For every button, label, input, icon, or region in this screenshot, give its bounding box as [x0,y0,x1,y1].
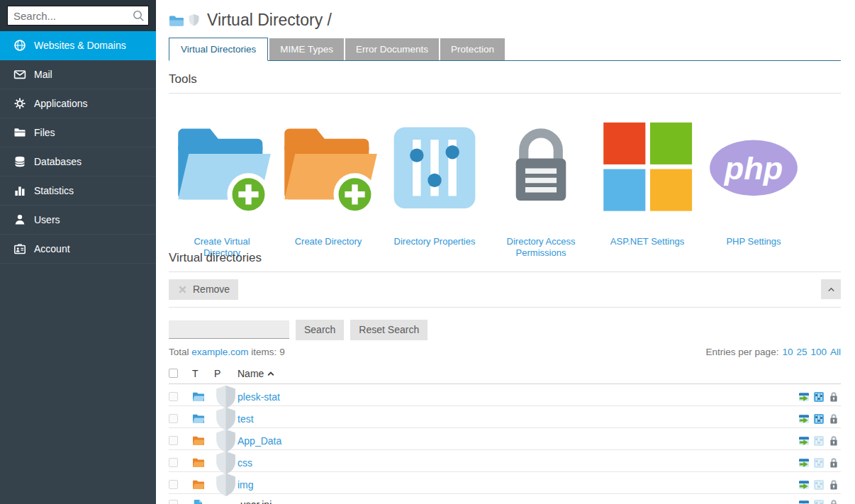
row-name-link[interactable]: plesk-stat [238,391,280,403]
search-button[interactable]: Search [296,320,344,340]
user-icon [13,213,26,226]
tab-error-documents[interactable]: Error Documents [345,38,439,60]
sidebar-item-label: Files [34,127,55,138]
page-size-100[interactable]: 100 [810,347,827,357]
tool-directory-properties[interactable]: Directory Properties [381,102,488,231]
list-toolbar: Remove [169,272,841,308]
col-name-sort[interactable]: Name [238,368,787,379]
permissions-icon[interactable] [828,435,839,447]
row-actions [787,413,841,425]
row-checkbox[interactable] [169,436,178,445]
permissions-icon[interactable] [828,413,839,425]
sidebar-item-databases[interactable]: Databases [0,147,156,177]
row-checkbox[interactable] [169,458,178,467]
sidebar-item-websites-domains[interactable]: Websites & Domains [0,31,156,60]
sort-asc-icon [267,371,274,376]
sidebar-item-statistics[interactable]: Statistics [0,177,156,206]
chevron-up-icon [826,284,837,295]
tab-protection[interactable]: Protection [440,38,505,60]
sidebar-item-applications[interactable]: Applications [0,89,156,118]
directories-table: T P Name plesk-stattestApp_Datacssimg.us… [169,364,841,504]
folder-icon [13,126,26,139]
row-checkbox[interactable] [169,480,178,489]
entries-per-page: Entries per page:1025100All [706,347,841,357]
tab-mime-types[interactable]: MIME Types [269,38,344,60]
sidebar-item-label: Databases [34,156,82,167]
directory-properties-icon[interactable] [813,391,825,403]
tool-directory-access-permissions[interactable]: Directory Access Permissions [488,102,594,231]
domain-link[interactable]: example.com [191,347,248,357]
items-count: 9 [279,347,285,357]
col-type: T [192,368,214,379]
tool-asp-net-settings[interactable]: ASP.NET Settings [594,102,700,231]
table-row: css [169,450,841,472]
open-in-web-icon[interactable] [798,413,810,425]
total-items: Total example.com items: 9 [169,347,285,357]
tab-bar: Virtual DirectoriesMIME TypesError Docum… [169,38,841,61]
protection-cell [214,472,238,498]
sidebar-item-users[interactable]: Users [0,206,156,235]
table-row: test [169,406,841,428]
table-row: plesk-stat [169,384,841,406]
directory-properties-icon[interactable] [813,413,825,425]
list-search-row: Search Reset Search [169,320,841,340]
tab-virtual-directories[interactable]: Virtual Directories [169,38,268,61]
remove-button-label: Remove [193,284,230,295]
table-row: App_Data [169,428,841,450]
collapse-toolbar-button[interactable] [821,279,841,299]
page-title: Virtual Directory / [207,11,332,30]
sidebar-item-label: Users [34,214,60,225]
globe-icon [13,39,26,52]
row-checkbox[interactable] [169,392,178,401]
tool-php-settings[interactable]: phpPHP Settings [700,102,807,231]
php-icon: php [700,105,807,231]
search-icon [132,9,145,22]
reset-search-button[interactable]: Reset Search [350,320,428,340]
row-checkbox[interactable] [169,500,178,504]
sidebar-item-files[interactable]: Files [0,118,156,147]
row-name-link[interactable]: img [238,479,254,491]
remove-button[interactable]: Remove [169,279,238,300]
row-name-text: .user.ini [238,499,272,504]
sidebar-item-mail[interactable]: Mail [0,60,156,89]
table-row: img [169,472,841,494]
select-all-checkbox[interactable] [169,369,178,378]
sidebar-search-input[interactable] [7,6,149,26]
shield-icon [214,472,238,498]
page-size-all[interactable]: All [830,347,841,357]
open-in-web-icon[interactable] [798,457,810,469]
chart-icon [13,184,26,197]
permissions-icon[interactable] [828,457,839,469]
row-name-link[interactable]: test [238,413,254,425]
open-in-web-icon[interactable] [798,435,810,447]
directory-icon [192,457,205,468]
list-meta-top: Total example.com items: 9 Entries per p… [169,347,841,357]
row-name-link[interactable]: App_Data [238,435,281,447]
ms-logo-icon [594,105,700,231]
tool-label: PHP Settings [700,236,807,248]
tools-row: Create Virtual DirectoryCreate Directory… [169,94,841,234]
page-size-10[interactable]: 10 [782,347,793,357]
list-search-input[interactable] [169,320,289,339]
row-name: css [238,457,787,469]
permissions-icon[interactable] [828,391,839,403]
sidebar-item-account[interactable]: Account [0,235,156,264]
row-name-link[interactable]: css [238,457,252,469]
tool-create-directory[interactable]: Create Directory [275,102,381,231]
permissions-icon[interactable] [828,499,839,504]
page-size-25[interactable]: 25 [796,347,807,357]
open-in-web-icon[interactable] [798,499,810,504]
tool-label: Create Directory [275,236,381,248]
open-in-web-icon[interactable] [798,479,810,491]
directory-icon [169,14,184,27]
tool-create-virtual-directory[interactable]: Create Virtual Directory [169,102,275,231]
row-checkbox[interactable] [169,414,178,423]
row-actions [787,457,841,469]
directory-icon [192,435,205,446]
page-title-bar: Virtual Directory / [169,0,841,38]
permissions-icon[interactable] [828,479,839,491]
open-in-web-icon[interactable] [798,391,810,403]
row-actions [787,499,841,504]
tool-label: Directory Access Permissions [488,236,594,260]
directory-properties-icon [813,435,825,447]
